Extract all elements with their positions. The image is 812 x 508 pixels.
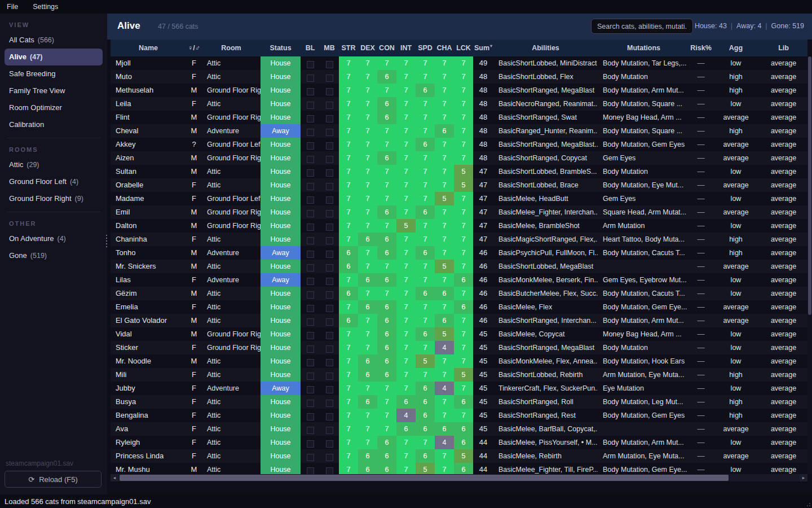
- column-header-spd[interactable]: SPD: [416, 40, 435, 56]
- table-row[interactable]: EmilMGround Floor RightHouse776767747Bas…: [111, 205, 807, 219]
- table-row[interactable]: El Gato VoladorMAtticHouse676776746Basic…: [111, 314, 807, 327]
- column-header-lck[interactable]: LCK: [454, 40, 473, 56]
- bl-checkbox[interactable]: [307, 142, 314, 150]
- bl-checkbox[interactable]: [307, 210, 314, 217]
- table-row[interactable]: MadameFGround Floor LeftHouse777775747Ba…: [111, 192, 807, 205]
- reload-button[interactable]: ⟳Reload (F5): [5, 471, 102, 488]
- column-header-con[interactable]: CON: [377, 40, 396, 56]
- mb-checkbox[interactable]: [326, 386, 333, 393]
- table-row[interactable]: FlintMGround Floor RightHouse776777748Ba…: [111, 111, 807, 124]
- bl-checkbox[interactable]: [307, 224, 314, 231]
- table-row[interactable]: MjollFAtticHouse777777749BasicShortLobbe…: [111, 56, 807, 70]
- bl-checkbox[interactable]: [307, 386, 314, 393]
- table-row[interactable]: EmeliaFAtticHouse766777646BasicMelee, Fl…: [111, 300, 807, 314]
- column-header-int[interactable]: INT: [396, 40, 416, 56]
- table-row[interactable]: Princess LindaFAtticHouse766767544BasicM…: [111, 449, 807, 463]
- mb-checkbox[interactable]: [326, 278, 333, 285]
- bl-checkbox[interactable]: [307, 156, 314, 163]
- bl-checkbox[interactable]: [307, 196, 314, 204]
- bl-checkbox[interactable]: [307, 251, 314, 258]
- bl-checkbox[interactable]: [307, 183, 314, 190]
- search-input[interactable]: [591, 19, 693, 34]
- table-row[interactable]: GëzimMAtticHouse677766746BasicButcherMel…: [111, 287, 807, 300]
- column-header-agg[interactable]: Agg: [712, 40, 760, 56]
- bl-checkbox[interactable]: [307, 373, 314, 380]
- column-header-room[interactable]: Room: [202, 40, 261, 56]
- vertical-scroll-thumb[interactable]: [808, 56, 811, 315]
- mb-checkbox[interactable]: [326, 142, 333, 150]
- mb-checkbox[interactable]: [326, 467, 333, 474]
- mb-checkbox[interactable]: [326, 237, 333, 244]
- bl-checkbox[interactable]: [307, 359, 314, 366]
- table-row[interactable]: AizenMGround Floor RightHouse776777748Ba…: [111, 151, 807, 165]
- bl-checkbox[interactable]: [307, 102, 314, 109]
- bl-checkbox[interactable]: [307, 332, 314, 339]
- table-row[interactable]: RyleighFAtticHouse776774644BasicMelee, P…: [111, 436, 807, 449]
- scroll-right-icon[interactable]: ►: [800, 474, 807, 481]
- sidebar-item-attic[interactable]: Attic(29): [5, 156, 103, 173]
- mb-checkbox[interactable]: [326, 196, 333, 204]
- bl-checkbox[interactable]: [307, 467, 314, 474]
- bl-checkbox[interactable]: [307, 88, 314, 95]
- bl-checkbox[interactable]: [307, 278, 314, 285]
- sidebar-item-all-cats[interactable]: All Cats(566): [5, 32, 103, 49]
- bl-checkbox[interactable]: [307, 413, 314, 421]
- resize-grip-icon[interactable]: [805, 501, 810, 506]
- bl-checkbox[interactable]: [307, 440, 314, 448]
- sidebar-item-safe-breeding[interactable]: Safe Breeding: [5, 65, 103, 82]
- mb-checkbox[interactable]: [326, 345, 333, 353]
- mb-checkbox[interactable]: [326, 359, 333, 366]
- bl-checkbox[interactable]: [307, 318, 314, 326]
- column-header-dex[interactable]: DEX: [358, 40, 377, 56]
- mb-checkbox[interactable]: [326, 440, 333, 448]
- bl-checkbox[interactable]: [307, 237, 314, 244]
- mb-checkbox[interactable]: [326, 102, 333, 109]
- table-row[interactable]: Mr. SnickersMAtticHouse677775746BasicSho…: [111, 260, 807, 273]
- column-header-mb[interactable]: MB: [320, 40, 339, 56]
- table-row[interactable]: Mr. MushuMAtticHouse766757644BasicMelee_…: [111, 463, 807, 474]
- column-header-sum[interactable]: Sum▾: [473, 40, 493, 56]
- table-row[interactable]: VidalMGround Floor RightHouse776765745Ba…: [111, 327, 807, 341]
- sidebar-item-alive[interactable]: Alive(47): [5, 49, 103, 65]
- table-row[interactable]: Akkey?Ground Floor LeftHouse777767748Bas…: [111, 138, 807, 151]
- mb-checkbox[interactable]: [326, 454, 333, 461]
- table-row[interactable]: TonhoMAdventureAway676767746BasicPsychic…: [111, 246, 807, 260]
- mb-checkbox[interactable]: [326, 427, 333, 434]
- mb-checkbox[interactable]: [326, 224, 333, 231]
- table-row[interactable]: LilasFAdventureAway766777646BasicMonkMel…: [111, 273, 807, 287]
- sidebar-item-gone[interactable]: Gone(519): [5, 247, 103, 264]
- mb-checkbox[interactable]: [326, 75, 333, 82]
- sidebar-item-ground-floor-left[interactable]: Ground Floor Left(4): [5, 173, 103, 190]
- bl-checkbox[interactable]: [307, 454, 314, 461]
- column-header-[interactable]: ♀/♂: [186, 40, 202, 56]
- horizontal-scrollbar[interactable]: ◄ ►: [111, 474, 807, 481]
- column-header-abilities[interactable]: Abilities: [493, 40, 598, 56]
- sidebar-item-room-optimizer[interactable]: Room Optimizer: [5, 99, 103, 116]
- mb-checkbox[interactable]: [326, 251, 333, 258]
- table-row[interactable]: AvaFAtticHouse777666645BasicMelee, BarfB…: [111, 422, 807, 436]
- sidebar-item-calibration[interactable]: Calibration: [5, 116, 103, 133]
- column-header-risk[interactable]: Risk%: [690, 40, 712, 56]
- bl-checkbox[interactable]: [307, 291, 314, 299]
- mb-checkbox[interactable]: [326, 413, 333, 421]
- column-header-str[interactable]: STR: [339, 40, 358, 56]
- bl-checkbox[interactable]: [307, 169, 314, 177]
- table-row[interactable]: DaltonMGround Floor RightHouse777577747B…: [111, 219, 807, 233]
- mb-checkbox[interactable]: [326, 332, 333, 339]
- table-row[interactable]: LeilaFAtticHouse776777748BasicNecroRange…: [111, 97, 807, 111]
- table-row[interactable]: ChaninhaFAtticHouse766777747BasicMagicSh…: [111, 233, 807, 246]
- mb-checkbox[interactable]: [326, 88, 333, 95]
- bl-checkbox[interactable]: [307, 305, 314, 312]
- mb-checkbox[interactable]: [326, 210, 333, 217]
- mb-checkbox[interactable]: [326, 169, 333, 177]
- column-header-cha[interactable]: CHA: [435, 40, 454, 56]
- mb-checkbox[interactable]: [326, 318, 333, 326]
- mb-checkbox[interactable]: [326, 156, 333, 163]
- vertical-scrollbar[interactable]: [807, 56, 812, 474]
- column-header-lib[interactable]: Lib: [760, 40, 807, 56]
- table-row[interactable]: StickerFGround Floor RightHouse776774745…: [111, 341, 807, 354]
- bl-checkbox[interactable]: [307, 115, 314, 122]
- column-header-bl[interactable]: BL: [301, 40, 320, 56]
- table-row[interactable]: ChevalMAdventureAway777776748BasicRanged…: [111, 124, 807, 138]
- bl-checkbox[interactable]: [307, 400, 314, 407]
